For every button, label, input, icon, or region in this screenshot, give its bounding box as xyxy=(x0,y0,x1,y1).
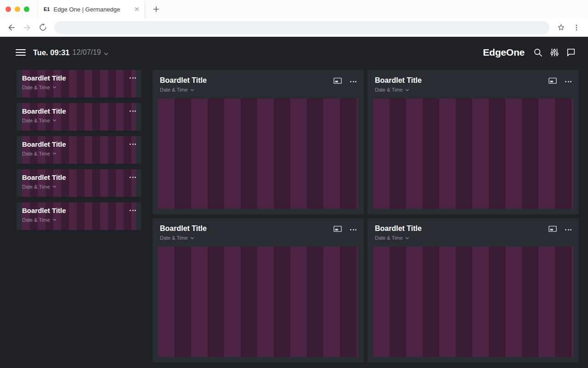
boardlet-title: Boardlet Title xyxy=(22,140,136,149)
boardlet-chart-placeholder xyxy=(158,98,358,209)
boardlet-title: Boardlet Title xyxy=(160,76,207,85)
more-options-icon[interactable] xyxy=(350,229,356,230)
boardlet-grid: Boardlet Title Date & Time xyxy=(153,70,579,362)
chevron-down-icon xyxy=(52,185,57,188)
datetime-dropdown[interactable]: Date & Time xyxy=(22,85,57,90)
window-minimize-button[interactable] xyxy=(15,6,20,12)
more-options-icon[interactable] xyxy=(130,210,136,211)
window-zoom-button[interactable] xyxy=(24,6,29,12)
filter-sliders-icon[interactable] xyxy=(548,46,561,59)
boardlet-card: Boardlet Title Date & Time xyxy=(368,218,579,362)
more-options-icon[interactable] xyxy=(565,81,571,82)
more-options-icon[interactable] xyxy=(350,81,356,82)
boardlet-chart-placeholder xyxy=(158,247,358,357)
chevron-down-icon xyxy=(190,237,194,239)
chevron-down-icon xyxy=(52,152,57,155)
datetime-dropdown[interactable]: Date & Time xyxy=(375,235,409,241)
address-bar[interactable] xyxy=(54,21,549,34)
boardlet-chart-placeholder xyxy=(373,98,573,209)
chevron-down-icon xyxy=(405,237,409,239)
dashboard-content: Boardlet Title Date & Time Boardlet Titl… xyxy=(0,68,588,368)
datetime-dropdown[interactable]: Date & Time xyxy=(22,151,57,156)
boardlet-mini[interactable]: Boardlet Title Date & Time xyxy=(17,136,141,164)
boardlet-title: Boardlet Title xyxy=(22,207,136,215)
more-options-icon[interactable] xyxy=(565,229,571,230)
more-options-icon[interactable] xyxy=(130,177,136,178)
menu-icon[interactable] xyxy=(16,49,26,56)
boardlet-title: Boardlet Title xyxy=(22,107,136,116)
browser-toolbar xyxy=(0,18,588,37)
browser-menu-button[interactable] xyxy=(570,21,583,34)
dashboard-header: Tue. 09:31 12/07/19 EdgeOne xyxy=(0,37,588,68)
boardlet-card: Boardlet Title Date & Time xyxy=(368,70,579,214)
boardlet-title: Boardlet Title xyxy=(375,224,422,233)
chevron-down-icon xyxy=(104,49,108,57)
boardlet-mini[interactable]: Boardlet Title Date & Time xyxy=(17,70,141,98)
tab-title: Edge One | Germanedge xyxy=(53,6,129,13)
new-tab-button[interactable] xyxy=(150,3,163,16)
boardlet-card: Boardlet Title Date & Time xyxy=(153,218,364,362)
boardlet-chart-placeholder xyxy=(373,247,573,357)
datetime-dropdown[interactable]: Date & Time xyxy=(160,235,194,241)
favicon: E1 xyxy=(44,6,50,12)
close-tab-icon[interactable] xyxy=(133,5,141,13)
search-icon[interactable] xyxy=(531,46,545,59)
datetime-dropdown[interactable]: Date & Time xyxy=(160,87,194,92)
boardlet-mini[interactable]: Boardlet Title Date & Time xyxy=(17,169,141,197)
datetime-selector[interactable]: Tue. 09:31 12/07/19 xyxy=(33,48,108,57)
datetime-dropdown[interactable]: Date & Time xyxy=(22,184,57,190)
boardlet-sidebar: Boardlet Title Date & Time Boardlet Titl… xyxy=(17,70,141,362)
boardlet-title: Boardlet Title xyxy=(160,224,207,233)
more-options-icon[interactable] xyxy=(130,110,136,112)
dashboard: Tue. 09:31 12/07/19 EdgeOne xyxy=(0,37,588,368)
browser-tab-strip: E1 Edge One | Germanedge xyxy=(0,0,588,18)
picture-in-picture-icon[interactable] xyxy=(334,225,342,234)
forward-button[interactable] xyxy=(20,21,34,34)
back-button[interactable] xyxy=(5,21,18,34)
current-date: 12/07/19 xyxy=(72,48,101,57)
chevron-down-icon xyxy=(190,89,194,91)
datetime-dropdown[interactable]: Date & Time xyxy=(22,217,57,223)
window-controls xyxy=(0,0,32,18)
boardlet-mini[interactable]: Boardlet Title Date & Time xyxy=(17,202,141,230)
more-options-icon[interactable] xyxy=(130,144,136,145)
browser-tab[interactable]: E1 Edge One | Germanedge xyxy=(38,0,145,18)
edgeone-logo: EdgeOne xyxy=(483,47,525,58)
chevron-down-icon xyxy=(52,218,57,221)
chevron-down-icon xyxy=(52,86,57,88)
boardlet-card: Boardlet Title Date & Time xyxy=(153,70,364,214)
picture-in-picture-icon[interactable] xyxy=(548,225,557,234)
picture-in-picture-icon[interactable] xyxy=(548,77,557,86)
address-input[interactable] xyxy=(61,24,543,31)
boardlet-title: Boardlet Title xyxy=(375,76,422,85)
chevron-down-icon xyxy=(405,89,409,91)
reload-button[interactable] xyxy=(36,21,50,34)
window-close-button[interactable] xyxy=(6,6,11,12)
boardlet-mini[interactable]: Boardlet Title Date & Time xyxy=(17,103,141,131)
picture-in-picture-icon[interactable] xyxy=(334,77,342,86)
header-actions xyxy=(531,46,578,59)
chevron-down-icon xyxy=(52,119,57,121)
datetime-dropdown[interactable]: Date & Time xyxy=(22,118,57,123)
boardlet-title: Boardlet Title xyxy=(22,173,136,182)
datetime-dropdown[interactable]: Date & Time xyxy=(375,87,409,92)
chat-icon[interactable] xyxy=(564,46,578,59)
boardlet-title: Boardlet Title xyxy=(22,74,136,83)
current-time: Tue. 09:31 xyxy=(33,48,69,57)
more-options-icon[interactable] xyxy=(130,77,136,79)
bookmark-star-button[interactable] xyxy=(554,21,568,34)
